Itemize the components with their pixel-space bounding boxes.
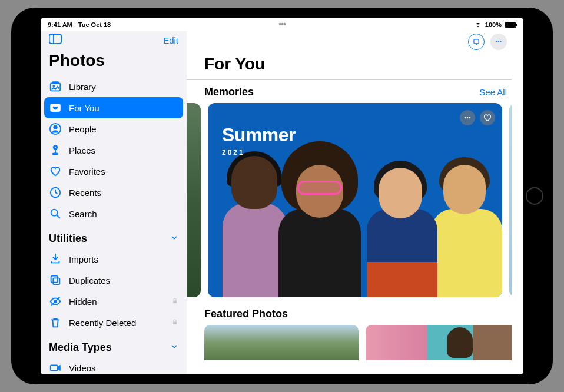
home-button[interactable]: [526, 187, 543, 205]
featured-title: Featured Photos: [187, 297, 512, 325]
sidebar-item-recently-deleted[interactable]: Recently Deleted: [41, 312, 187, 333]
svg-point-7: [54, 125, 57, 129]
page-title: For You: [187, 50, 512, 79]
memory-year: 2021: [222, 148, 296, 157]
battery-icon: [505, 22, 516, 28]
svg-point-4: [53, 85, 55, 87]
memory-favorite-button[interactable]: [480, 110, 495, 125]
featured-photo[interactable]: [204, 325, 359, 360]
sidebar-item-label: Favorites: [69, 167, 105, 177]
for-you-icon: [49, 101, 62, 114]
sidebar-item-videos[interactable]: Videos: [41, 357, 187, 374]
sidebar-item-people[interactable]: People: [41, 118, 187, 139]
svg-point-30: [500, 41, 501, 42]
places-icon: [49, 144, 62, 157]
svg-line-14: [57, 215, 60, 218]
svg-point-28: [496, 41, 497, 42]
screen: 9:41 AM Tue Oct 18 ••• 100%: [41, 18, 523, 374]
memory-card[interactable]: Summer 2021: [208, 103, 502, 297]
cast-button[interactable]: [468, 34, 485, 50]
see-all-button[interactable]: See All: [479, 87, 507, 97]
battery-percent: 100%: [485, 21, 502, 28]
sidebar-item-label: Recently Deleted: [69, 318, 136, 328]
edit-button[interactable]: Edit: [163, 35, 178, 45]
svg-rect-26: [474, 39, 479, 44]
trash-icon: [49, 316, 62, 329]
memory-card-next[interactable]: [509, 103, 512, 297]
sidebar-item-places[interactable]: Places: [41, 139, 187, 161]
svg-point-11: [52, 153, 58, 155]
svg-point-32: [467, 117, 469, 119]
featured-photo[interactable]: [366, 325, 512, 360]
section-header-media-types[interactable]: Media Types: [41, 333, 187, 357]
wifi-icon: [474, 20, 482, 29]
sidebar-item-for-you[interactable]: For You: [44, 97, 183, 118]
svg-point-9: [55, 147, 57, 148]
sidebar-item-search[interactable]: Search: [41, 203, 187, 224]
sidebar-item-library[interactable]: Library: [41, 76, 187, 97]
sidebar-item-imports[interactable]: Imports: [41, 248, 187, 270]
svg-rect-0: [49, 34, 61, 44]
sidebar-item-label: Library: [69, 82, 96, 92]
lock-icon: [171, 318, 178, 328]
status-date: Tue Oct 18: [78, 21, 111, 28]
multitasking-handle-icon[interactable]: •••: [278, 19, 286, 29]
duplicates-icon: [49, 274, 62, 287]
svg-rect-3: [52, 82, 59, 84]
memories-carousel[interactable]: Summer 2021: [187, 103, 512, 297]
hidden-icon: [49, 295, 62, 308]
svg-rect-15: [51, 276, 58, 283]
chevron-down-icon: [170, 232, 178, 245]
memory-card-prev[interactable]: [187, 103, 201, 297]
sidebar-item-label: Duplicates: [69, 275, 110, 285]
sidebar-item-label: Search: [69, 209, 97, 219]
section-header-label: Utilities: [49, 232, 87, 245]
sidebar-item-label: Videos: [69, 363, 96, 373]
svg-rect-20: [173, 321, 177, 324]
library-icon: [49, 80, 62, 93]
svg-point-27: [476, 44, 477, 45]
sidebar-item-label: Hidden: [69, 297, 97, 307]
sidebar-item-duplicates[interactable]: Duplicates: [41, 270, 187, 291]
svg-point-13: [51, 210, 58, 216]
memory-title: Summer: [222, 124, 296, 146]
status-time: 9:41 AM: [48, 21, 72, 28]
status-bar: 9:41 AM Tue Oct 18 ••• 100%: [41, 18, 523, 31]
section-header-utilities[interactable]: Utilities: [41, 224, 187, 248]
people-icon: [49, 122, 62, 135]
sidebar-toggle-icon[interactable]: [49, 34, 62, 46]
more-button[interactable]: [490, 34, 507, 50]
svg-rect-19: [173, 300, 177, 303]
import-icon: [49, 253, 62, 265]
app-title: Photos: [41, 46, 187, 76]
chevron-down-icon: [170, 341, 178, 354]
sidebar-item-favorites[interactable]: Favorites: [41, 161, 187, 182]
sidebar-item-recents[interactable]: Recents: [41, 182, 187, 203]
sidebar: Edit Photos Library For You People: [41, 31, 187, 374]
memory-image: [208, 144, 502, 297]
section-header-label: Media Types: [49, 341, 112, 354]
sidebar-item-hidden[interactable]: Hidden: [41, 291, 187, 312]
svg-point-29: [498, 41, 499, 42]
sidebar-item-label: For You: [69, 103, 99, 113]
sidebar-item-label: Places: [69, 145, 95, 155]
sidebar-item-label: People: [69, 124, 97, 134]
lock-icon: [171, 297, 178, 307]
sidebar-item-label: Imports: [69, 254, 98, 264]
search-icon: [49, 207, 62, 220]
ipad-frame: 9:41 AM Tue Oct 18 ••• 100%: [11, 8, 553, 384]
sidebar-item-label: Recents: [69, 188, 101, 198]
heart-icon: [49, 165, 62, 178]
svg-rect-16: [53, 278, 59, 284]
video-icon: [49, 361, 62, 374]
svg-point-33: [469, 117, 471, 119]
svg-rect-21: [51, 365, 58, 370]
memories-title: Memories: [204, 86, 254, 98]
featured-carousel[interactable]: [187, 325, 512, 360]
clock-icon: [49, 186, 62, 199]
memory-more-button[interactable]: [460, 110, 475, 125]
main-content: For You Memories See All: [187, 31, 523, 374]
svg-point-31: [465, 117, 466, 119]
